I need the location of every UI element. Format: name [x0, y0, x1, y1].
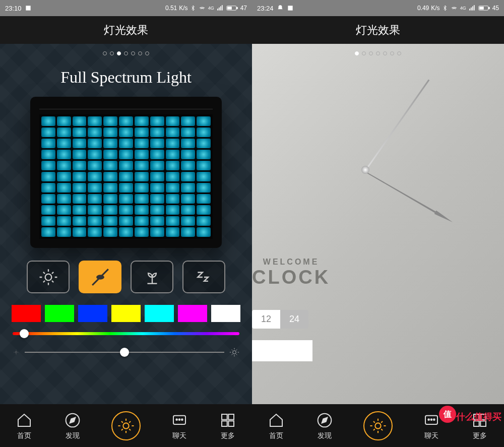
format-12-button[interactable]: 12 — [252, 310, 280, 329]
brightness-mode-button[interactable] — [27, 261, 70, 293]
svg-point-32 — [375, 423, 381, 428]
led-pixel — [73, 161, 87, 170]
tab-chat[interactable]: 聊天 — [422, 411, 441, 440]
page-dot[interactable] — [110, 51, 114, 55]
led-pixel — [197, 161, 211, 170]
color-swatch[interactable] — [78, 305, 107, 322]
led-pixel — [57, 150, 71, 159]
color-swatch[interactable] — [12, 305, 41, 322]
bluetooth-icon — [190, 5, 196, 12]
led-pixel — [166, 194, 180, 204]
led-pixel — [181, 205, 195, 215]
led-pixel — [41, 227, 55, 237]
color-swatch[interactable] — [45, 305, 74, 322]
page-dot[interactable] — [124, 51, 128, 55]
led-pixel — [57, 116, 71, 126]
led-pixel — [103, 183, 117, 193]
compass-icon — [65, 412, 81, 428]
led-pixel — [73, 227, 87, 237]
led-pixel — [119, 139, 133, 148]
svg-rect-3 — [220, 7, 221, 11]
led-pixel — [103, 127, 117, 137]
dim-icon — [13, 349, 20, 356]
led-pixel — [57, 183, 71, 193]
tab-discover[interactable]: 发现 — [315, 411, 334, 440]
smzdm-badge: 值 — [439, 406, 456, 423]
led-pixel — [166, 183, 180, 193]
svg-line-10 — [92, 269, 108, 285]
wifi-icon — [198, 5, 206, 12]
led-pixel — [135, 194, 149, 204]
led-pixel — [197, 139, 211, 148]
tab-light-center[interactable] — [111, 411, 141, 440]
page-dot[interactable] — [117, 51, 121, 55]
led-pixel — [135, 172, 149, 181]
svg-point-18 — [181, 419, 183, 420]
mosquito-mode-button[interactable] — [79, 261, 121, 293]
led-pixel — [103, 139, 117, 148]
tab-more[interactable]: 更多 — [218, 411, 237, 440]
svg-rect-29 — [488, 7, 489, 9]
color-swatch[interactable] — [178, 305, 207, 322]
color-swatch[interactable] — [211, 305, 240, 322]
led-pixel — [150, 127, 164, 137]
svg-point-34 — [428, 419, 429, 420]
svg-point-14 — [123, 423, 129, 428]
led-pixel — [88, 216, 102, 226]
led-pixel — [88, 183, 102, 193]
toggle-box[interactable] — [252, 340, 312, 361]
network-4g: 4G — [208, 6, 214, 11]
led-pixel — [41, 172, 55, 181]
page-title: 灯光效果 — [0, 16, 252, 44]
led-pixel — [73, 139, 87, 148]
status-time: 23:10 — [5, 5, 22, 12]
page-dot[interactable] — [103, 51, 107, 55]
led-pixel — [41, 139, 55, 148]
format-24-button[interactable]: 24 — [280, 310, 308, 329]
led-pixel — [41, 116, 55, 126]
svg-rect-6 — [236, 7, 237, 9]
led-pixel — [119, 116, 133, 126]
slider-thumb[interactable] — [20, 329, 29, 338]
plant-mode-button[interactable] — [131, 261, 173, 293]
tab-home[interactable]: 首页 — [15, 411, 34, 440]
color-swatch[interactable] — [145, 305, 174, 322]
led-pixel — [119, 194, 133, 204]
svg-point-36 — [433, 419, 435, 420]
color-slider[interactable] — [13, 332, 239, 335]
led-pixel — [41, 194, 55, 204]
led-pixel — [181, 172, 195, 181]
page-dot[interactable] — [131, 51, 135, 55]
led-pixel — [150, 139, 164, 148]
led-pixel — [103, 172, 117, 181]
led-pixel — [119, 227, 133, 237]
effect-title: Full Spectrum Light — [0, 63, 252, 97]
page-dot[interactable] — [138, 51, 142, 55]
chat-icon — [423, 412, 439, 428]
led-pixel — [119, 216, 133, 226]
svg-rect-2 — [219, 8, 220, 11]
welcome-text: WELCOME — [252, 258, 330, 267]
status-time: 23:24 — [257, 5, 274, 12]
svg-rect-27 — [474, 5, 475, 11]
page-dot[interactable] — [145, 51, 149, 55]
tab-discover[interactable]: 发现 — [63, 411, 82, 440]
tab-light-center[interactable] — [363, 411, 393, 440]
brightness-slider[interactable] — [25, 352, 224, 353]
svg-point-8 — [45, 274, 51, 280]
led-pixel — [166, 139, 180, 148]
led-pixel — [103, 116, 117, 126]
svg-rect-30 — [479, 7, 483, 9]
color-swatch[interactable] — [111, 305, 141, 322]
sun-icon — [369, 417, 387, 434]
tab-chat[interactable]: 聊天 — [170, 411, 189, 440]
led-pixel — [135, 116, 149, 126]
network-unit: K/s — [431, 5, 439, 12]
tab-home[interactable]: 首页 — [267, 411, 286, 440]
slider-thumb[interactable] — [120, 348, 129, 357]
led-pixel — [197, 150, 211, 159]
tab-label: 发现 — [66, 431, 80, 440]
led-pixel — [57, 194, 71, 204]
grid-icon — [220, 412, 236, 428]
sleep-mode-button[interactable] — [182, 261, 225, 293]
